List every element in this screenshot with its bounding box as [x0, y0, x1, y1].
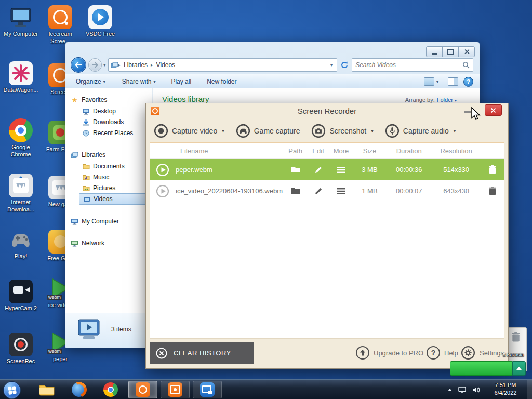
- desktop-icon-datawagon[interactable]: DataWagon...: [1, 61, 41, 94]
- minimize-button[interactable]: [426, 46, 443, 57]
- arrange-by-control[interactable]: Arrange by:Folder ▾: [405, 97, 457, 103]
- play-button[interactable]: [155, 184, 170, 198]
- desktop-icon-screenrec[interactable]: ScreenRec: [1, 332, 41, 365]
- organize-menu[interactable]: Organize ▾: [72, 76, 110, 87]
- desktop-icon-icecream[interactable]: Icecream Scree...: [41, 5, 80, 45]
- address-dropdown-icon[interactable]: ▾: [328, 62, 335, 68]
- play-button[interactable]: [155, 163, 170, 177]
- start-button[interactable]: [3, 381, 21, 399]
- help-button[interactable]: ?: [463, 77, 473, 87]
- header-edit: Edit: [307, 147, 330, 155]
- clear-history-button[interactable]: CLEAR HISTORY: [150, 342, 254, 364]
- desktop-icon-vsdc[interactable]: VSDC Free: [81, 5, 120, 38]
- folder-icon: [39, 383, 55, 396]
- upgrade-to-pro-button[interactable]: Upgrade to PRO: [356, 343, 423, 363]
- sidebar-label: My Computer: [82, 218, 119, 225]
- sidebar-item-network[interactable]: Network: [65, 238, 149, 248]
- taskbar-item-explorer[interactable]: [32, 381, 61, 398]
- libraries-icon: [71, 152, 78, 158]
- desktop-icon-play[interactable]: Play!: [1, 228, 41, 260]
- vsdc-icon: [88, 5, 112, 29]
- recordings-table: Filename Path Edit More Size Duration Re…: [150, 142, 504, 339]
- minimize-button[interactable]: [464, 111, 471, 113]
- open-folder-button[interactable]: [284, 166, 307, 174]
- delete-button[interactable]: [481, 165, 504, 174]
- delete-button[interactable]: [481, 187, 504, 195]
- play-all-button[interactable]: Play all: [167, 76, 195, 87]
- pictures-folder-icon: [82, 185, 90, 191]
- sidebar-item-documents[interactable]: Documents: [65, 161, 149, 171]
- table-row[interactable]: peper.webm 3 MB 00:00:36 514x330: [150, 159, 504, 180]
- more-menu-button[interactable]: [330, 188, 353, 194]
- new-folder-label: New folder: [207, 78, 236, 85]
- desktop-icon-hypercam[interactable]: HyperCam 2: [1, 280, 41, 312]
- sidebar-item-videos[interactable]: Videos: [79, 193, 149, 205]
- notification-popup: 5 Kazasta: [450, 353, 526, 376]
- sidebar-item-my-computer[interactable]: My Computer: [65, 216, 149, 227]
- taskbar-clock[interactable]: 7:51 PM 6/4/2022: [483, 381, 528, 397]
- edit-button[interactable]: [307, 166, 330, 174]
- maximize-button[interactable]: [442, 46, 459, 57]
- chevron-up-icon: [516, 367, 522, 370]
- preview-pane-button[interactable]: [448, 77, 458, 86]
- desktop-icon-google-chrome[interactable]: Google Chrome: [1, 118, 41, 158]
- popup-action-button[interactable]: [450, 361, 512, 376]
- desktop-icon-my-computer[interactable]: My Computer: [1, 5, 41, 38]
- open-folder-button[interactable]: [284, 187, 307, 195]
- my-computer-icon: [9, 5, 33, 29]
- camera-icon: [311, 124, 326, 138]
- show-desktop-button[interactable]: [527, 380, 532, 399]
- header-size: Size: [352, 147, 387, 155]
- refresh-button[interactable]: [340, 61, 349, 69]
- taskbar-item-screen-share[interactable]: [193, 381, 222, 398]
- explorer-titlebar[interactable]: [65, 42, 480, 56]
- breadcrumb-libraries[interactable]: Libraries: [121, 61, 151, 69]
- search-input[interactable]: [352, 61, 462, 69]
- history-dropdown-icon[interactable]: ▾: [103, 62, 106, 68]
- trash-icon: [512, 332, 520, 342]
- sidebar-item-pictures[interactable]: Pictures: [65, 183, 149, 193]
- music-folder-icon: [82, 175, 90, 180]
- capture-video-button[interactable]: Capture video ▾: [154, 124, 224, 138]
- back-button[interactable]: [71, 57, 86, 73]
- volume-icon[interactable]: [472, 387, 480, 393]
- taskbar-item-firefox[interactable]: [64, 381, 94, 398]
- chevron-down-icon: ▾: [454, 128, 456, 134]
- header-more: More: [330, 147, 353, 155]
- sidebar-item-desktop[interactable]: Desktop: [65, 106, 149, 116]
- icon-label: HyperCam 2: [1, 305, 41, 312]
- new-folder-button[interactable]: New folder: [203, 76, 241, 87]
- recorder-titlebar[interactable]: Screen Recorder: [146, 103, 508, 119]
- close-button[interactable]: [458, 46, 475, 57]
- sidebar-item-favorites[interactable]: ★ Favorites: [65, 95, 149, 105]
- change-view-button[interactable]: ▾: [420, 76, 443, 87]
- desktop-icon-internet-download[interactable]: Internet Downloa...: [1, 174, 41, 214]
- taskbar-item-chrome[interactable]: [96, 381, 125, 398]
- search-icon[interactable]: [462, 61, 470, 69]
- sidebar-item-downloads[interactable]: Downloads: [65, 117, 149, 127]
- taskbar-item-screen-recorder[interactable]: [128, 381, 157, 398]
- sidebar-item-recent-places[interactable]: Recent Places: [65, 128, 149, 138]
- forward-button[interactable]: [88, 58, 102, 72]
- tray-display-icon[interactable]: [458, 387, 466, 393]
- command-bar: Organize ▾ Share with ▾ Play all New fol…: [65, 74, 480, 89]
- sidebar-item-music[interactable]: Music: [65, 172, 149, 182]
- game-capture-button[interactable]: Game capture: [236, 124, 300, 138]
- table-header-row: Filename Path Edit More Size Duration Re…: [150, 143, 504, 159]
- desktop: My Computer Icecream Scree... VSDC Free …: [0, 0, 532, 399]
- sidebar-item-libraries[interactable]: Libraries: [65, 150, 149, 160]
- close-button[interactable]: [485, 104, 502, 116]
- breadcrumb-videos[interactable]: Videos: [153, 61, 178, 69]
- popup-dropdown-button[interactable]: [512, 361, 526, 376]
- gamepad-icon: [236, 124, 250, 138]
- table-row[interactable]: ice_video_20220604-193106.webm 1 MB 00:0…: [150, 180, 504, 202]
- icon-label: DataWagon...: [1, 87, 41, 94]
- share-with-menu[interactable]: Share with ▾: [118, 76, 160, 87]
- screenshot-button[interactable]: Screenshot ▾: [311, 124, 373, 138]
- taskbar-item-screenshot-app[interactable]: [161, 381, 190, 398]
- capture-audio-button[interactable]: Capture audio ▾: [385, 124, 456, 138]
- webm-badge: webm: [47, 295, 62, 300]
- more-menu-button[interactable]: [330, 167, 353, 173]
- show-hidden-icons-button[interactable]: [448, 389, 452, 391]
- edit-button[interactable]: [307, 187, 330, 195]
